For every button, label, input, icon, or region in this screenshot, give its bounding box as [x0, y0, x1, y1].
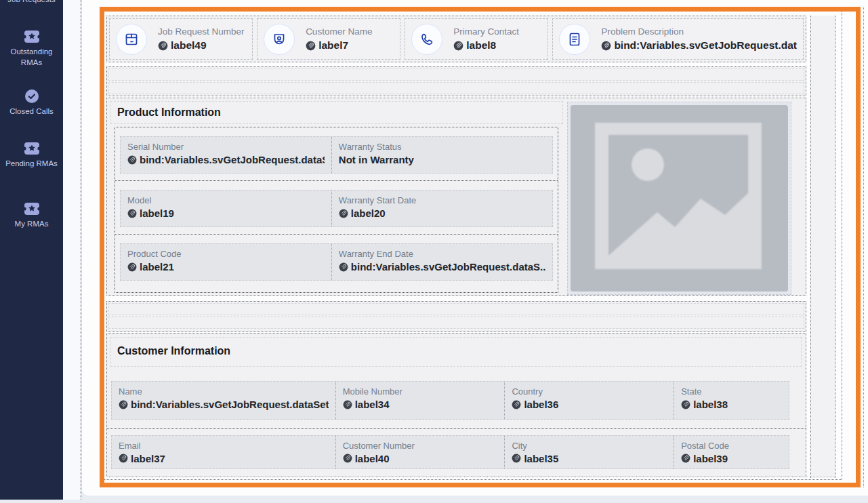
field-row-group: Product Code label21 Warranty End Date [115, 235, 558, 287]
sidebar-item-outstanding-rmas[interactable]: Outstanding RMAs [0, 29, 63, 68]
field-row[interactable]: Model label19 Warranty Start Date [120, 190, 553, 227]
container-guide-line [863, 7, 864, 487]
card-primary-contact[interactable]: Primary Contact label8 [405, 18, 548, 60]
phone-icon [411, 24, 442, 55]
field-row-group: Model label19 Warranty Start Date [115, 181, 558, 235]
bind-icon [339, 209, 348, 218]
customer-information-panel[interactable]: Customer Information Name bind:Variables… [106, 333, 806, 477]
bind-icon [681, 400, 690, 409]
field-warranty-start-date[interactable]: Warranty Start Date label20 [331, 190, 552, 226]
package-icon [116, 24, 147, 55]
field-row[interactable]: Serial Number bind:Variables.svGetJobReq… [120, 136, 553, 174]
product-information-panel[interactable]: Product Information Serial Number bind:V… [106, 98, 806, 296]
section-title: Customer Information [111, 338, 801, 362]
empty-layout-row[interactable] [106, 66, 806, 96]
sidebar-item-label: Outstanding RMAs [0, 47, 63, 68]
card-label: Problem Description [601, 26, 797, 37]
card-label: Primary Contact [453, 26, 519, 37]
rma-ticket-icon [24, 29, 40, 44]
card-value: label7 [306, 39, 372, 52]
card-customer-name[interactable]: Customer Name label7 [257, 18, 400, 60]
field-label: Country [512, 386, 667, 397]
field-value: label37 [119, 453, 329, 464]
card-value: label8 [453, 39, 519, 52]
field-label: State [681, 386, 782, 397]
field-value: label20 [339, 207, 545, 219]
summary-cards-row[interactable]: Job Request Number label49 [106, 16, 806, 62]
bind-icon [127, 155, 137, 165]
sidebar-item-label: Job Requests [4, 0, 58, 5]
empty-layout-row[interactable] [106, 301, 806, 332]
sidebar-item-label: Pending RMAs [2, 159, 61, 169]
field-product-code[interactable]: Product Code label21 [121, 244, 331, 280]
check-circle-icon [24, 89, 40, 104]
sidebar-item-pending-rmas[interactable]: Pending RMAs [0, 141, 63, 169]
field-country[interactable]: Country label36 [504, 382, 674, 419]
field-label: Product Code [127, 249, 325, 259]
field-label: Warranty Status [339, 142, 545, 152]
bind-icon [158, 41, 168, 51]
bind-icon [681, 454, 690, 463]
field-state[interactable]: State label38 [674, 382, 789, 419]
image-placeholder-icon [571, 105, 788, 291]
field-label: Email [119, 441, 329, 451]
bind-icon [119, 400, 128, 409]
bind-icon [453, 41, 463, 51]
bind-icon [306, 41, 316, 51]
field-value: label40 [343, 453, 498, 464]
card-label: Customer Name [306, 26, 372, 37]
field-postal-code[interactable]: Postal Code label39 [674, 436, 789, 468]
bind-icon [343, 400, 352, 409]
bind-icon [512, 454, 521, 463]
field-label: Serial Number [127, 142, 325, 152]
field-label: Warranty Start Date [339, 195, 545, 205]
bind-icon [343, 454, 352, 463]
field-label: Model [127, 195, 325, 205]
field-model[interactable]: Model label19 [121, 190, 331, 226]
bind-icon [119, 454, 128, 463]
sidebar-item-label: My RMAs [12, 219, 52, 230]
field-city[interactable]: City label35 [504, 436, 674, 468]
container-guide-line [106, 477, 835, 477]
field-value: label39 [681, 453, 782, 464]
sidebar-item-label: Closed Calls [6, 106, 57, 117]
bind-icon [127, 262, 137, 272]
product-image-widget[interactable] [567, 102, 791, 295]
field-value: label35 [512, 453, 667, 464]
layout-gutter-column [810, 16, 835, 478]
field-row-group: Serial Number bind:Variables.svGetJobReq… [115, 127, 558, 181]
customer-field-row[interactable]: Name bind:Variables.svGetJobRequest.data… [111, 381, 789, 420]
sidebar-item-my-rmas[interactable]: My RMAs [0, 201, 63, 230]
field-mobile-number[interactable]: Mobile Number label34 [335, 382, 505, 419]
field-label: Warranty End Date [339, 249, 545, 259]
customer-field-row[interactable]: Email label37 Customer Number lab [111, 435, 789, 469]
field-name[interactable]: Name bind:Variables.svGetJobRequest.data… [112, 382, 335, 419]
field-value: Not in Warranty [339, 154, 545, 165]
bind-icon [127, 209, 137, 218]
empty-layout-cell [108, 317, 804, 329]
sidebar-item-closed-calls[interactable]: Closed Calls [0, 89, 63, 117]
field-value: label36 [512, 399, 667, 410]
product-fields-container[interactable]: Serial Number bind:Variables.svGetJobReq… [115, 127, 558, 293]
sidebar-nav: Job Requests Outstanding RMAs Closed [0, 0, 63, 500]
card-problem-description[interactable]: Problem Description bind:Variables.svGet… [552, 18, 804, 60]
section-title: Product Information [111, 102, 562, 123]
rma-ticket-icon [24, 141, 40, 156]
field-row[interactable]: Product Code label21 Warranty End Date [120, 243, 553, 281]
section-title-container[interactable]: Customer Information [110, 337, 802, 367]
field-customer-number[interactable]: Customer Number label40 [335, 436, 505, 468]
card-job-request-number[interactable]: Job Request Number label49 [109, 18, 253, 60]
field-email[interactable]: Email label37 [112, 436, 335, 468]
field-value: bind:Variables.svGetJobRequest.dataSet..… [119, 399, 329, 410]
field-value: label34 [343, 399, 498, 410]
sidebar-item-job-requests[interactable]: Job Requests [0, 0, 63, 5]
field-label: Mobile Number [343, 386, 498, 397]
page-layout-container[interactable]: Job Request Number label49 [103, 11, 842, 480]
field-serial-number[interactable]: Serial Number bind:Variables.svGetJobReq… [121, 137, 331, 173]
field-warranty-status[interactable]: Warranty Status Not in Warranty [331, 137, 552, 173]
empty-layout-cell [108, 82, 804, 94]
bind-icon [601, 41, 611, 51]
section-title-container[interactable]: Product Information [110, 101, 563, 124]
field-warranty-end-date[interactable]: Warranty End Date bind:Variables.svGetJo… [331, 244, 552, 280]
card-value: bind:Variables.svGetJobRequest.dat [601, 39, 797, 52]
